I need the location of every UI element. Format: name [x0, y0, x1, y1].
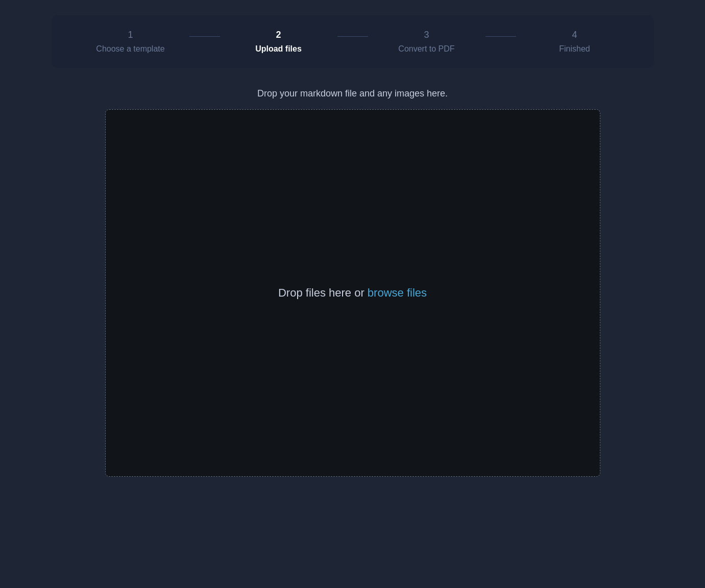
step-3[interactable]: 3 Convert to PDF	[368, 30, 485, 54]
step-1-label: Choose a template	[96, 44, 164, 54]
step-2[interactable]: 2 Upload files	[220, 30, 337, 54]
step-4-number: 4	[572, 30, 577, 40]
step-3-label: Convert to PDF	[398, 44, 454, 54]
step-4[interactable]: 4 Finished	[516, 30, 634, 54]
step-divider-1	[189, 36, 220, 37]
step-2-number: 2	[276, 30, 281, 40]
step-3-number: 3	[424, 30, 429, 40]
step-1-number: 1	[128, 30, 133, 40]
stepper-container: 1 Choose a template 2 Upload files 3 Con…	[52, 15, 654, 68]
stepper: 1 Choose a template 2 Upload files 3 Con…	[72, 30, 634, 54]
step-2-label: Upload files	[255, 44, 302, 54]
step-divider-3	[485, 36, 516, 37]
dropzone-text: Drop files here or browse files	[278, 286, 427, 300]
step-4-label: Finished	[559, 44, 590, 54]
dropzone-text-before: Drop files here or	[278, 286, 368, 299]
browse-files-link[interactable]: browse files	[368, 286, 427, 299]
dropzone[interactable]: Drop files here or browse files	[105, 109, 600, 477]
drop-instruction: Drop your markdown file and any images h…	[257, 88, 448, 99]
step-1[interactable]: 1 Choose a template	[72, 30, 189, 54]
step-divider-2	[337, 36, 368, 37]
